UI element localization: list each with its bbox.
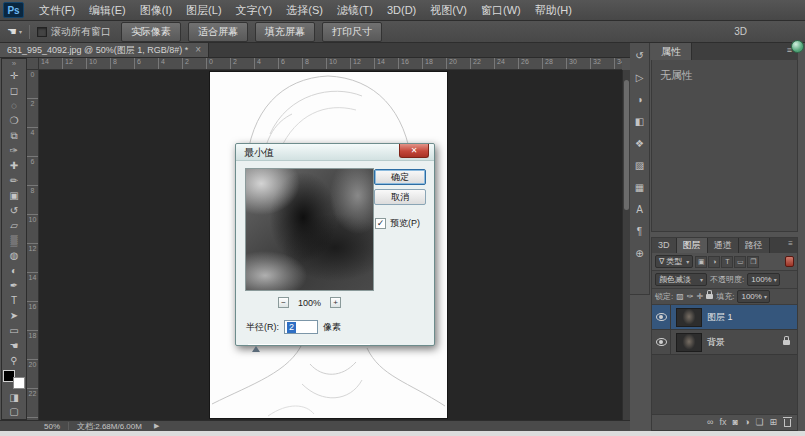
menu-item[interactable]: 窗口(W) [474,0,528,21]
history-panel-icon[interactable]: ↺ [632,48,648,63]
ok-button[interactable]: 确定 [374,169,426,185]
pen-tool[interactable]: ✒ [2,278,26,293]
crop-tool[interactable]: ⧉ [2,128,26,143]
menu-item[interactable]: 帮助(H) [528,0,579,21]
blend-mode-dropdown[interactable]: 颜色减淡 ▾ [655,273,707,286]
eyedropper-tool[interactable]: ✑ [2,143,26,158]
tool-preset-caret-icon[interactable]: ▾ [19,28,22,35]
layer-style-icon[interactable]: fx [719,418,726,427]
zoom-in-button[interactable]: + [330,297,341,308]
opacity-dropdown[interactable]: 100% ▾ [747,273,780,286]
panel-tab[interactable]: 图层 [677,238,708,253]
styles-panel-icon[interactable]: ❖ [632,136,648,151]
type-tool[interactable]: T [2,293,26,308]
zoom-option-button[interactable]: 填充屏幕 [255,22,315,42]
zoom-level-field[interactable]: 50% [44,422,60,431]
fill-dropdown[interactable]: 100% ▾ [737,290,770,303]
foreground-background-swatches[interactable] [3,370,25,389]
filter-type-dropdown[interactable]: ∇ 类型 ▾ [655,255,693,268]
link-layers-icon[interactable]: ∞ [707,418,713,427]
tab-close-icon[interactable]: × [195,45,201,55]
preview-checkbox[interactable]: ✓ [375,218,386,229]
scroll-all-windows-checkbox[interactable] [37,27,47,37]
document-tab[interactable]: 631_995_4092.jpg @ 50%(图层 1, RGB/8#) * × [0,43,209,57]
zoom-tool[interactable]: ⚲ [2,353,26,368]
gradient-tool[interactable]: ▒ [2,233,26,248]
lock-transparency-icon[interactable]: ▨ [676,293,684,301]
menu-item[interactable]: 选择(S) [279,0,330,21]
actions-panel-icon[interactable]: ▷ [632,70,648,85]
add-layer-mask-icon[interactable]: ◙ [733,418,738,427]
cancel-button[interactable]: 取消 [374,189,426,205]
panel-tab[interactable]: 通道 [708,238,739,253]
history-brush-tool[interactable]: ↺ [2,203,26,218]
color-panel-icon[interactable]: ▨ [632,158,648,173]
dodge-tool[interactable]: ◐ [2,263,26,278]
menu-item[interactable]: 文字(Y) [229,0,280,21]
swatches-panel-icon[interactable]: ▦ [632,180,648,195]
filter-pixel-layers-icon[interactable]: ▣ [695,256,707,268]
shape-tool[interactable]: ▭ [2,323,26,338]
blur-tool[interactable]: ◍ [2,248,26,263]
menu-item[interactable]: 编辑(E) [82,0,133,21]
new-layer-icon[interactable]: ⊞ [769,418,777,427]
menu-item[interactable]: 滤镜(T) [330,0,380,21]
healing-brush-tool[interactable]: ✚ [2,158,26,173]
filter-shape-layers-icon[interactable]: ▭ [734,256,746,268]
screen-mode-button[interactable]: ▢ [2,405,26,419]
visibility-toggle[interactable] [652,330,671,354]
filter-adjustment-layers-icon[interactable]: ◑ [708,256,720,268]
panel-tab[interactable]: 3D [652,238,677,253]
character-panel-icon[interactable]: A [632,202,648,217]
status-expand-icon[interactable]: ▶ [154,422,159,430]
panel-tab[interactable]: 路径 [739,238,770,253]
slider-thumb[interactable] [252,346,260,352]
workspace-label[interactable]: 3D [734,26,747,37]
lasso-tool[interactable]: ◌ [2,98,26,113]
delete-layer-icon[interactable] [784,419,791,427]
quick-mask-button[interactable]: ◨ [2,391,26,405]
paragraph-panel-icon[interactable]: ¶ [632,224,648,239]
dialog-close-button[interactable]: ✕ [399,144,429,158]
menu-item[interactable]: 图像(I) [133,0,179,21]
zoom-option-button[interactable]: 适合屏幕 [188,22,248,42]
radius-slider[interactable] [248,342,370,353]
zoom-option-button[interactable]: 打印尺寸 [322,22,382,42]
toolbar-collapse-icon[interactable]: » [12,59,16,68]
clone-source-panel-icon[interactable]: ⊕ [632,246,648,261]
scrollbar-thumb[interactable] [624,80,629,210]
menu-item[interactable]: 视图(V) [423,0,474,21]
eraser-tool[interactable]: ▱ [2,218,26,233]
filter-toggle-switch[interactable] [785,256,794,267]
radius-input[interactable]: 2 [284,320,318,334]
layer-thumbnail[interactable] [676,308,702,327]
move-tool[interactable]: ✛ [2,68,26,83]
lock-pixels-icon[interactable]: ✑ [687,293,694,301]
quick-selection-tool[interactable]: ❍ [2,113,26,128]
layer-row[interactable]: 图层 1 [652,305,797,330]
menu-item[interactable]: 图层(L) [179,0,228,21]
path-selection-tool[interactable]: ➤ [2,308,26,323]
canvas-vertical-scrollbar[interactable] [622,70,630,420]
layer-row[interactable]: 背景 [652,330,797,355]
adjustment-layer-icon[interactable]: ◑ [744,418,749,427]
filter-type-layers-icon[interactable]: T [721,256,733,268]
new-group-icon[interactable]: ❏ [755,418,763,427]
visibility-toggle[interactable] [652,305,671,329]
layers-panel-menu-icon[interactable]: ≡ [784,238,797,253]
adjustments-panel-icon[interactable]: ◑ [632,92,648,107]
dialog-title-bar[interactable]: 最小值 ✕ [236,144,434,161]
menu-item[interactable]: 3D(D) [380,0,423,21]
lock-all-icon[interactable] [706,294,713,299]
zoom-out-button[interactable]: − [278,297,289,308]
filter-smart-object-icon[interactable]: ❒ [747,256,759,268]
hand-tool[interactable]: ☚ [2,338,26,353]
brush-tool[interactable]: ✏ [2,173,26,188]
menu-item[interactable]: 文件(F) [32,0,82,21]
layer-thumbnail[interactable] [676,333,702,352]
marquee-tool[interactable]: ◻ [2,83,26,98]
tab-properties[interactable]: 属性 [651,43,692,60]
photoshop-logo-icon[interactable]: Ps [3,2,24,18]
clone-stamp-tool[interactable]: ▣ [2,188,26,203]
background-color-swatch[interactable] [13,377,25,389]
